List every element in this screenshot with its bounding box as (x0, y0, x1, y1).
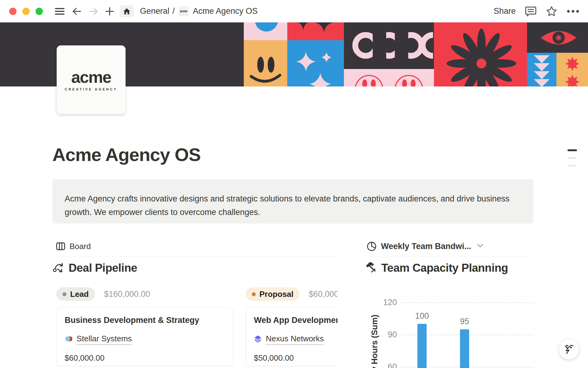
cover-tile-smileys-outline (344, 69, 434, 86)
status-badge-proposal[interactable]: Proposal (246, 287, 300, 301)
card-title: Web App Development (254, 316, 337, 325)
cover-tile-oddc (344, 22, 434, 69)
more-options-icon[interactable] (567, 10, 579, 13)
sidebar-menu-icon[interactable] (55, 7, 65, 15)
toc-item[interactable] (567, 157, 576, 159)
card-amount: $60,000.00 (65, 353, 225, 363)
column-total: $60,000.00 (309, 289, 337, 299)
board-view-icon (56, 242, 65, 250)
bar (460, 329, 469, 368)
chart-view-tabs: Weekly Team Bandwi... (363, 236, 533, 256)
acme-logo: acme (71, 69, 111, 85)
cover-tile-bursts (556, 53, 588, 86)
cover-tile-flower (434, 22, 527, 86)
breadcrumb: General / acme Acme Agency OS (140, 6, 258, 17)
page-title: Acme Agency OS (52, 144, 201, 165)
cover-art-collage (244, 22, 588, 86)
toolbar: General / acme Acme Agency OS Share (0, 0, 588, 22)
stellar-systems-logo-icon (65, 335, 73, 344)
y-axis-label: Capacity Hours (Sum) (370, 315, 380, 368)
cover-logo-card: acme CREATIVE AGENCY (57, 45, 126, 114)
bar (417, 324, 427, 368)
breadcrumb-root[interactable]: General (140, 6, 169, 16)
team-capacity-title: Team Capacity Planning (381, 262, 508, 274)
y-tick: 120 (377, 298, 397, 307)
client-link[interactable]: Stellar Systems (77, 334, 132, 345)
callout-text: Acme Agency crafts innovative designs an… (65, 192, 512, 219)
acme-logo-tagline: CREATIVE AGENCY (65, 87, 117, 91)
pie-chart-icon (367, 241, 377, 251)
home-button[interactable] (120, 5, 134, 17)
bar-value-label: 100 (415, 311, 429, 321)
notion-ai-button[interactable] (559, 339, 579, 360)
deal-pipeline-heading: Deal Pipeline (52, 262, 137, 274)
status-badge-lead[interactable]: Lead (56, 287, 95, 301)
card-title: Business Development & Strategy (65, 316, 225, 325)
zoom-window-button[interactable] (36, 8, 43, 15)
cover-tile-circle (244, 22, 287, 40)
status-dot (252, 292, 256, 296)
close-window-button[interactable] (9, 8, 17, 15)
cover-tile-triangles (527, 53, 556, 86)
bar-group: 95 (456, 302, 473, 368)
table-of-contents[interactable] (567, 149, 577, 173)
new-page-icon[interactable] (105, 7, 114, 16)
cover-tile-eye (527, 22, 588, 53)
back-icon[interactable] (72, 7, 82, 16)
board-card[interactable]: Business Development & Strategy Stellar … (56, 307, 233, 366)
cover-tile-sparkles (287, 40, 344, 86)
chevron-down-icon[interactable] (477, 243, 484, 249)
favorite-star-icon[interactable] (546, 6, 557, 17)
callout-block: Acme Agency crafts innovative designs an… (52, 179, 533, 224)
breadcrumb-page[interactable]: Acme Agency OS (193, 6, 258, 16)
deal-pipeline-title: Deal Pipeline (69, 262, 137, 274)
forward-icon[interactable] (89, 7, 98, 16)
minimize-window-button[interactable] (22, 8, 30, 15)
column-total: $160,000.00 (104, 289, 150, 299)
comments-icon[interactable] (525, 6, 537, 17)
board-view-tabs: Board (52, 236, 337, 256)
nexus-networks-logo-icon (254, 335, 262, 344)
status-dot (62, 292, 66, 296)
tab-weekly-team-bandwidth[interactable]: Weekly Team Bandwi... (381, 242, 471, 251)
deal-pipeline-board: Lead $160,000.00 Business Development & … (52, 282, 337, 368)
team-capacity-heading: Team Capacity Planning (365, 262, 508, 274)
client-link[interactable]: Nexus Networks (266, 334, 324, 345)
status-label: Lead (70, 289, 89, 299)
bar-value-label: 95 (460, 317, 469, 326)
app-window: General / acme Acme Agency OS Share (0, 0, 588, 368)
card-amount: $50,000.00 (254, 353, 337, 363)
toc-item[interactable] (567, 165, 576, 167)
bar-group: 100 (413, 302, 431, 368)
status-label: Proposal (259, 289, 293, 299)
breadcrumb-separator: / (172, 6, 175, 16)
board-card[interactable]: Web App Development Nexus Networks $50,0… (246, 307, 337, 366)
tab-board[interactable]: Board (70, 242, 91, 251)
home-icon (123, 8, 130, 15)
page-icon-badge[interactable]: acme (179, 6, 189, 17)
hammer-icon (365, 262, 377, 274)
cover-tile-stars (287, 22, 344, 40)
pipeline-icon (52, 262, 64, 274)
share-button[interactable]: Share (494, 6, 516, 16)
ai-face-icon (562, 343, 576, 356)
cover-tile-smiley (244, 40, 287, 86)
toc-item-active[interactable] (567, 149, 577, 151)
